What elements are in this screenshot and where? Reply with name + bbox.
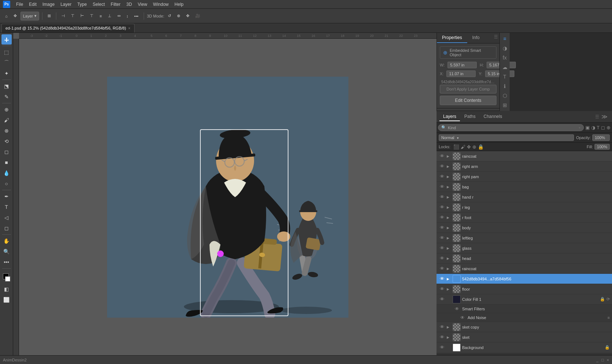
layer-visibility-hand-r[interactable]: 👁 xyxy=(439,194,445,200)
layer-item-sket-copy[interactable]: 👁 ▶ sket copy xyxy=(437,322,612,332)
align-left-button[interactable]: ⊣ xyxy=(59,11,67,21)
canvas-document[interactable] xyxy=(107,77,348,318)
layer-visibility-r-leg[interactable]: 👁 xyxy=(439,204,445,210)
background-color[interactable] xyxy=(5,276,10,281)
properties-icon-btn[interactable]: ℹ xyxy=(500,82,509,91)
collapse-panel-btn[interactable]: ≫ xyxy=(600,113,609,120)
bottom-bar-collapse-btn[interactable]: □ xyxy=(601,358,604,362)
props-menu-icon[interactable]: ☰ xyxy=(492,33,499,43)
layer-chevron-floor[interactable]: ▶ xyxy=(447,287,451,291)
menu-3d[interactable]: 3D xyxy=(126,2,132,7)
layer-item-bag[interactable]: 👁 ▶ bag xyxy=(437,182,612,192)
tab-close-button[interactable]: × xyxy=(128,26,131,30)
layer-chevron-r-leg[interactable]: ▶ xyxy=(447,206,451,209)
tab-info[interactable]: Info xyxy=(467,33,485,43)
smart-filters-visibility[interactable]: 👁 xyxy=(455,306,459,311)
pen-tool[interactable]: ✒ xyxy=(1,191,12,202)
w-value[interactable]: 5.597 in xyxy=(447,62,477,68)
layer-visibility-body[interactable]: 👁 xyxy=(439,225,445,230)
crop-tool[interactable]: ⬔ xyxy=(1,81,12,91)
layer-visibility-r-foot[interactable]: 👁 xyxy=(439,215,445,220)
panel-menu-btn[interactable]: ☰ xyxy=(595,114,599,119)
align-right-button[interactable]: ⊢ xyxy=(78,11,86,21)
add-noise-options-icon[interactable]: ≡ xyxy=(608,315,610,320)
move-tool[interactable] xyxy=(1,34,12,45)
layer-visibility-head[interactable]: 👁 xyxy=(439,256,445,261)
more-button[interactable]: ••• xyxy=(132,11,141,21)
eyedropper-tool[interactable]: ✎ xyxy=(1,92,12,102)
3d-rotate-button[interactable]: ↺ xyxy=(166,11,173,21)
menu-help[interactable]: Help xyxy=(174,2,184,7)
layer-chevron-right-arm[interactable]: ▶ xyxy=(447,165,451,168)
layers-icon-btn[interactable]: ≡ xyxy=(500,34,509,43)
layer-visibility-right-arm[interactable]: 👁 xyxy=(439,164,445,169)
hand-tool[interactable]: ✋ xyxy=(1,236,12,246)
path-select-tool[interactable]: ◁ xyxy=(1,212,12,223)
layer-item-add-noise[interactable]: 👁 Add Noise ≡ xyxy=(437,313,612,322)
layer-visibility-sket[interactable]: 👁 xyxy=(439,334,445,340)
dont-apply-button[interactable]: Don't Apply Layer Comp xyxy=(440,85,496,93)
kind-arrow[interactable]: ▾ xyxy=(579,126,581,130)
layer-item-leftleg[interactable]: 👁 ▶ leftleg xyxy=(437,233,612,243)
layer-visibility-background[interactable]: 👁 xyxy=(439,345,445,350)
brush-tool[interactable]: 🖌 xyxy=(1,115,12,125)
magic-wand-tool[interactable]: ✦ xyxy=(1,68,12,78)
layer-chevron-head[interactable]: ▶ xyxy=(447,257,451,260)
library-icon-btn[interactable]: ☁ xyxy=(500,63,509,72)
blur-tool[interactable]: 💧 xyxy=(1,168,12,178)
layer-item-r-leg[interactable]: 👁 ▶ r leg xyxy=(437,202,612,212)
layer-chevron-hand-r[interactable]: ▶ xyxy=(447,195,451,199)
lock-position-btn[interactable]: ✥ xyxy=(467,144,471,150)
layer-item-r-foot[interactable]: 👁 ▶ r foot xyxy=(437,212,612,223)
layer-item-floor[interactable]: 👁 ▶ floor xyxy=(437,284,612,294)
tab-layers[interactable]: Layers xyxy=(439,112,460,121)
adjustments-icon-btn[interactable]: ◑ xyxy=(500,44,509,53)
menu-filter[interactable]: Filter xyxy=(111,2,121,7)
layer-item-background[interactable]: 👁 ▶ Background 🔒 xyxy=(437,342,612,353)
kind-filter[interactable]: 🔍 Kind ▾ xyxy=(438,124,584,131)
opacity-value[interactable]: 100% xyxy=(592,134,610,141)
history-brush-tool[interactable]: ⟲ xyxy=(1,136,12,146)
lock-transparent-btn[interactable]: ⬛ xyxy=(453,144,459,150)
x-value[interactable]: 11.07 in xyxy=(446,70,476,77)
menu-layer[interactable]: Layer xyxy=(60,2,71,7)
layer-chevron-raincoat-2[interactable]: ▶ xyxy=(447,267,451,271)
3d-pan-button[interactable]: ✥ xyxy=(184,11,192,21)
layer-visibility-bag[interactable]: 👁 xyxy=(439,184,445,189)
canvas-area[interactable]: -3 -2 -1 0 1 2 3 4 5 6 7 8 9 10 11 12 13 xyxy=(13,33,437,364)
align-center-h-button[interactable]: ⊤ xyxy=(69,11,77,21)
layer-visibility-color-fill[interactable]: 👁 xyxy=(439,296,445,302)
layer-chevron-right-pam[interactable]: ▶ xyxy=(447,175,451,179)
type-icon-btn[interactable]: T xyxy=(500,72,509,81)
fill-stroke-icon-btn[interactable]: ⬡ xyxy=(500,91,509,100)
filter-text-btn[interactable]: T xyxy=(597,125,600,130)
fill-value[interactable]: 100% xyxy=(594,144,610,150)
layer-item-head[interactable]: 👁 ▶ head xyxy=(437,253,612,264)
menu-edit[interactable]: Edit xyxy=(29,2,37,7)
3d-camera-button[interactable]: 🎥 xyxy=(193,11,203,21)
layer-item-body[interactable]: 👁 ▶ body xyxy=(437,223,612,233)
layer-chevron-smart-object[interactable]: ▶ xyxy=(447,277,451,281)
styles-icon-btn[interactable]: fx xyxy=(500,53,509,62)
shape-tool[interactable]: ◻ xyxy=(1,223,12,233)
tab-paths[interactable]: Paths xyxy=(461,112,479,121)
dodge-tool[interactable]: ○ xyxy=(1,179,12,189)
layer-item-smart-object[interactable]: 👁 ▶ 542d8db3494...a7d584bf56 xyxy=(437,274,612,284)
layer-item-right-arm[interactable]: 👁 ▶ right arm xyxy=(437,161,612,172)
distribute-v-button[interactable]: ↕ xyxy=(124,11,131,21)
align-top-button[interactable]: ⊤ xyxy=(88,11,96,21)
filter-smartobj-btn[interactable]: ⊕ xyxy=(607,125,611,130)
blend-mode-dropdown[interactable]: Normal ▾ xyxy=(439,134,574,141)
grid-button[interactable]: ⊞ xyxy=(45,11,53,21)
menu-view[interactable]: View xyxy=(138,2,147,7)
clone-tool[interactable]: ⊗ xyxy=(1,126,12,136)
layer-chevron-sket[interactable]: ▶ xyxy=(447,336,451,339)
align-bottom-button[interactable]: ⊥ xyxy=(106,11,114,21)
add-noise-visibility[interactable]: 👁 xyxy=(460,315,465,320)
tab-properties[interactable]: Properties xyxy=(437,33,467,43)
text-tool[interactable]: T xyxy=(1,202,12,212)
bottom-bar-min-btn[interactable]: _ xyxy=(596,358,598,362)
eraser-tool[interactable]: ◻ xyxy=(1,147,12,157)
extra-tools[interactable]: ••• xyxy=(1,257,12,267)
menu-type[interactable]: Type xyxy=(77,2,87,7)
